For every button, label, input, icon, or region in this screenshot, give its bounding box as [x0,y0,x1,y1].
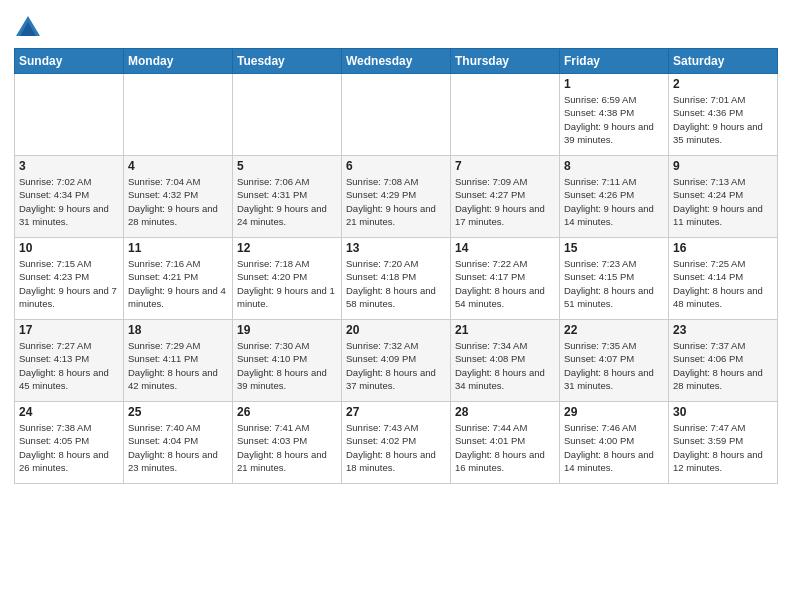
calendar-header-row: Sunday Monday Tuesday Wednesday Thursday… [15,49,778,74]
day-info-9: Sunrise: 7:13 AM Sunset: 4:24 PM Dayligh… [673,175,773,228]
day-info-16: Sunrise: 7:25 AM Sunset: 4:14 PM Dayligh… [673,257,773,310]
day-number-29: 29 [564,405,664,419]
cell-2-3: 13Sunrise: 7:20 AM Sunset: 4:18 PM Dayli… [342,238,451,320]
cell-4-4: 28Sunrise: 7:44 AM Sunset: 4:01 PM Dayli… [451,402,560,484]
cell-0-5: 1Sunrise: 6:59 AM Sunset: 4:38 PM Daylig… [560,74,669,156]
cell-3-3: 20Sunrise: 7:32 AM Sunset: 4:09 PM Dayli… [342,320,451,402]
day-info-30: Sunrise: 7:47 AM Sunset: 3:59 PM Dayligh… [673,421,773,474]
day-info-13: Sunrise: 7:20 AM Sunset: 4:18 PM Dayligh… [346,257,446,310]
col-tuesday: Tuesday [233,49,342,74]
cell-0-4 [451,74,560,156]
day-number-21: 21 [455,323,555,337]
day-info-12: Sunrise: 7:18 AM Sunset: 4:20 PM Dayligh… [237,257,337,310]
day-info-25: Sunrise: 7:40 AM Sunset: 4:04 PM Dayligh… [128,421,228,474]
day-number-16: 16 [673,241,773,255]
day-number-7: 7 [455,159,555,173]
day-info-22: Sunrise: 7:35 AM Sunset: 4:07 PM Dayligh… [564,339,664,392]
day-number-3: 3 [19,159,119,173]
header [14,10,778,42]
day-number-14: 14 [455,241,555,255]
cell-2-2: 12Sunrise: 7:18 AM Sunset: 4:20 PM Dayli… [233,238,342,320]
day-info-21: Sunrise: 7:34 AM Sunset: 4:08 PM Dayligh… [455,339,555,392]
day-info-3: Sunrise: 7:02 AM Sunset: 4:34 PM Dayligh… [19,175,119,228]
day-info-7: Sunrise: 7:09 AM Sunset: 4:27 PM Dayligh… [455,175,555,228]
day-number-10: 10 [19,241,119,255]
cell-1-3: 6Sunrise: 7:08 AM Sunset: 4:29 PM Daylig… [342,156,451,238]
logo [14,10,46,42]
day-info-14: Sunrise: 7:22 AM Sunset: 4:17 PM Dayligh… [455,257,555,310]
cell-0-2 [233,74,342,156]
day-number-4: 4 [128,159,228,173]
day-info-26: Sunrise: 7:41 AM Sunset: 4:03 PM Dayligh… [237,421,337,474]
day-number-20: 20 [346,323,446,337]
col-thursday: Thursday [451,49,560,74]
cell-0-3 [342,74,451,156]
cell-4-2: 26Sunrise: 7:41 AM Sunset: 4:03 PM Dayli… [233,402,342,484]
cell-1-5: 8Sunrise: 7:11 AM Sunset: 4:26 PM Daylig… [560,156,669,238]
day-info-2: Sunrise: 7:01 AM Sunset: 4:36 PM Dayligh… [673,93,773,146]
cell-2-0: 10Sunrise: 7:15 AM Sunset: 4:23 PM Dayli… [15,238,124,320]
cell-1-2: 5Sunrise: 7:06 AM Sunset: 4:31 PM Daylig… [233,156,342,238]
day-number-25: 25 [128,405,228,419]
day-info-11: Sunrise: 7:16 AM Sunset: 4:21 PM Dayligh… [128,257,228,310]
day-number-23: 23 [673,323,773,337]
day-info-15: Sunrise: 7:23 AM Sunset: 4:15 PM Dayligh… [564,257,664,310]
cell-2-1: 11Sunrise: 7:16 AM Sunset: 4:21 PM Dayli… [124,238,233,320]
week-row-3: 17Sunrise: 7:27 AM Sunset: 4:13 PM Dayli… [15,320,778,402]
day-number-24: 24 [19,405,119,419]
col-saturday: Saturday [669,49,778,74]
cell-0-1 [124,74,233,156]
day-info-5: Sunrise: 7:06 AM Sunset: 4:31 PM Dayligh… [237,175,337,228]
cell-4-3: 27Sunrise: 7:43 AM Sunset: 4:02 PM Dayli… [342,402,451,484]
week-row-4: 24Sunrise: 7:38 AM Sunset: 4:05 PM Dayli… [15,402,778,484]
day-number-18: 18 [128,323,228,337]
cell-0-0 [15,74,124,156]
day-info-27: Sunrise: 7:43 AM Sunset: 4:02 PM Dayligh… [346,421,446,474]
cell-4-5: 29Sunrise: 7:46 AM Sunset: 4:00 PM Dayli… [560,402,669,484]
cell-1-1: 4Sunrise: 7:04 AM Sunset: 4:32 PM Daylig… [124,156,233,238]
cell-1-0: 3Sunrise: 7:02 AM Sunset: 4:34 PM Daylig… [15,156,124,238]
day-number-12: 12 [237,241,337,255]
day-number-13: 13 [346,241,446,255]
cell-4-6: 30Sunrise: 7:47 AM Sunset: 3:59 PM Dayli… [669,402,778,484]
day-number-17: 17 [19,323,119,337]
day-info-6: Sunrise: 7:08 AM Sunset: 4:29 PM Dayligh… [346,175,446,228]
day-info-23: Sunrise: 7:37 AM Sunset: 4:06 PM Dayligh… [673,339,773,392]
day-number-28: 28 [455,405,555,419]
col-friday: Friday [560,49,669,74]
cell-2-4: 14Sunrise: 7:22 AM Sunset: 4:17 PM Dayli… [451,238,560,320]
day-info-24: Sunrise: 7:38 AM Sunset: 4:05 PM Dayligh… [19,421,119,474]
day-info-19: Sunrise: 7:30 AM Sunset: 4:10 PM Dayligh… [237,339,337,392]
logo-icon [14,14,42,42]
cell-3-6: 23Sunrise: 7:37 AM Sunset: 4:06 PM Dayli… [669,320,778,402]
day-number-26: 26 [237,405,337,419]
day-number-1: 1 [564,77,664,91]
cell-3-0: 17Sunrise: 7:27 AM Sunset: 4:13 PM Dayli… [15,320,124,402]
cell-1-6: 9Sunrise: 7:13 AM Sunset: 4:24 PM Daylig… [669,156,778,238]
day-number-19: 19 [237,323,337,337]
week-row-0: 1Sunrise: 6:59 AM Sunset: 4:38 PM Daylig… [15,74,778,156]
day-number-9: 9 [673,159,773,173]
cell-3-4: 21Sunrise: 7:34 AM Sunset: 4:08 PM Dayli… [451,320,560,402]
day-number-2: 2 [673,77,773,91]
cell-3-1: 18Sunrise: 7:29 AM Sunset: 4:11 PM Dayli… [124,320,233,402]
day-number-11: 11 [128,241,228,255]
day-info-20: Sunrise: 7:32 AM Sunset: 4:09 PM Dayligh… [346,339,446,392]
day-info-1: Sunrise: 6:59 AM Sunset: 4:38 PM Dayligh… [564,93,664,146]
day-number-6: 6 [346,159,446,173]
day-number-30: 30 [673,405,773,419]
page: Sunday Monday Tuesday Wednesday Thursday… [0,0,792,612]
day-number-5: 5 [237,159,337,173]
cell-3-5: 22Sunrise: 7:35 AM Sunset: 4:07 PM Dayli… [560,320,669,402]
week-row-1: 3Sunrise: 7:02 AM Sunset: 4:34 PM Daylig… [15,156,778,238]
day-info-4: Sunrise: 7:04 AM Sunset: 4:32 PM Dayligh… [128,175,228,228]
cell-4-0: 24Sunrise: 7:38 AM Sunset: 4:05 PM Dayli… [15,402,124,484]
week-row-2: 10Sunrise: 7:15 AM Sunset: 4:23 PM Dayli… [15,238,778,320]
day-number-22: 22 [564,323,664,337]
cell-3-2: 19Sunrise: 7:30 AM Sunset: 4:10 PM Dayli… [233,320,342,402]
col-monday: Monday [124,49,233,74]
col-sunday: Sunday [15,49,124,74]
cell-2-6: 16Sunrise: 7:25 AM Sunset: 4:14 PM Dayli… [669,238,778,320]
day-info-8: Sunrise: 7:11 AM Sunset: 4:26 PM Dayligh… [564,175,664,228]
day-info-10: Sunrise: 7:15 AM Sunset: 4:23 PM Dayligh… [19,257,119,310]
